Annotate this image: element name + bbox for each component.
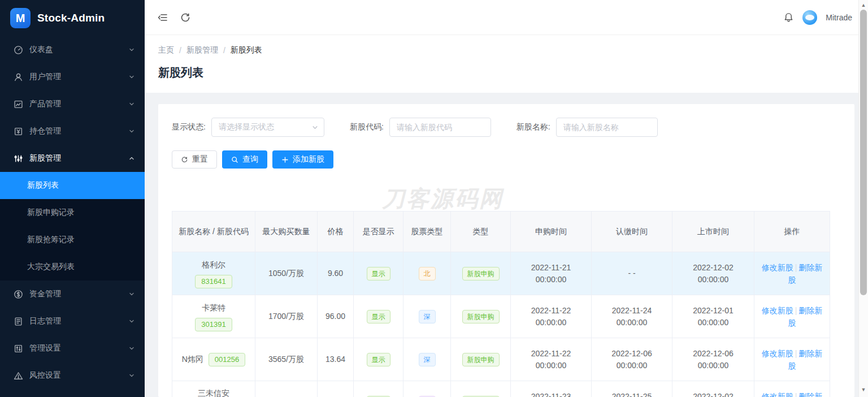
sidebar-subitem-label: 大宗交易列表 bbox=[27, 262, 75, 272]
stock-code-badge: 001256 bbox=[209, 353, 245, 366]
col-apply-time: 申购时间 bbox=[511, 212, 592, 252]
sidebar-item-logs[interactable]: 日志管理 bbox=[0, 308, 145, 335]
action-divider: | bbox=[795, 349, 797, 358]
sidebar-item-label: 用户管理 bbox=[29, 72, 129, 82]
market-badge: 深 bbox=[419, 310, 436, 323]
add-new-stock-button[interactable]: 添加新股 bbox=[272, 150, 333, 169]
actions-cell: 修改新股|删除新股 bbox=[762, 390, 823, 397]
stock-name: 格利尔 bbox=[202, 259, 225, 271]
status-filter-label: 显示状态: bbox=[172, 122, 206, 132]
sidebar-subitem-new-stock-list[interactable]: 新股列表 bbox=[0, 172, 145, 199]
page-header: 主页 / 新股管理 / 新股列表 新股列表 bbox=[145, 35, 868, 93]
col-visible: 是否显示 bbox=[354, 212, 403, 252]
max-buy-cell: 1700/万股 bbox=[255, 295, 318, 338]
search-button-label: 查询 bbox=[242, 154, 258, 165]
list-time-cell: 2022-12-0100:00:00 bbox=[672, 295, 754, 338]
stock-name: N炜冈 bbox=[182, 353, 203, 365]
page-scrollbar[interactable]: ▲ ▼ bbox=[858, 0, 868, 397]
sidebar-item-products[interactable]: 产品管理 bbox=[0, 90, 145, 118]
sidebar-item-risk-settings[interactable]: 风控设置 bbox=[0, 362, 145, 389]
refresh-icon[interactable] bbox=[180, 12, 191, 23]
user-avatar[interactable] bbox=[802, 10, 817, 25]
max-buy-cell: 1914/万股 bbox=[255, 381, 318, 397]
edit-stock-link[interactable]: 修改新股 bbox=[762, 349, 793, 358]
app-title: Stock-Admin bbox=[37, 12, 105, 24]
sidebar-item-label: 仪表盘 bbox=[29, 45, 129, 55]
page-title: 新股列表 bbox=[158, 65, 854, 80]
actions-cell: 修改新股|删除新股 bbox=[762, 304, 823, 329]
sidebar-collapse-icon[interactable] bbox=[157, 12, 168, 23]
notification-bell-icon[interactable] bbox=[783, 12, 794, 23]
max-buy-cell: 3565/万股 bbox=[255, 338, 318, 381]
market-badge: 深 bbox=[419, 353, 436, 366]
sidebar-item-users[interactable]: 用户管理 bbox=[0, 63, 145, 90]
user-icon bbox=[14, 72, 23, 82]
list-time-cell: 2022-12-0200:00:00 bbox=[672, 252, 754, 295]
col-type: 类型 bbox=[451, 212, 511, 252]
sidebar-item-new-stock[interactable]: 新股管理 bbox=[0, 145, 145, 172]
chevron-down-icon bbox=[129, 346, 134, 351]
scrollbar-down-arrow[interactable]: ▼ bbox=[859, 386, 868, 394]
sidebar-item-funds[interactable]: 资金管理 bbox=[0, 281, 145, 308]
reset-icon bbox=[181, 156, 188, 163]
actions-cell: 修改新股|删除新股 bbox=[762, 261, 823, 286]
list-time-cell: 2022-12-0200:00:00 bbox=[672, 381, 754, 397]
sidebar-subitem-grab-records[interactable]: 新股抢筹记录 bbox=[0, 226, 145, 253]
breadcrumb-new-stock[interactable]: 新股管理 bbox=[186, 45, 218, 55]
reset-button-label: 重置 bbox=[192, 154, 208, 165]
sidebar-subitem-label: 新股申购记录 bbox=[27, 208, 75, 218]
breadcrumb-home[interactable]: 主页 bbox=[158, 45, 174, 55]
stock-name: 三未信安 bbox=[198, 387, 229, 397]
col-stock-type: 股票类型 bbox=[403, 212, 451, 252]
price-cell: 13.64 bbox=[318, 338, 354, 381]
sidebar-item-label: 持仓管理 bbox=[29, 126, 129, 136]
edit-stock-link[interactable]: 修改新股 bbox=[762, 392, 793, 397]
pay-time-cell: - - bbox=[592, 252, 672, 295]
col-list-time: 上市时间 bbox=[672, 212, 754, 252]
table-header-row: 新股名称 / 新股代码 最大购买数量 价格 是否显示 股票类型 类型 申购时间 … bbox=[172, 212, 830, 252]
col-name-code: 新股名称 / 新股代码 bbox=[172, 212, 255, 252]
warning-triangle-icon bbox=[14, 371, 23, 381]
code-input[interactable] bbox=[389, 118, 491, 137]
market-badge: 北 bbox=[419, 267, 436, 281]
scrollbar-up-arrow[interactable]: ▲ bbox=[859, 1, 868, 9]
reset-button[interactable]: 重置 bbox=[172, 150, 217, 169]
pay-time-cell: 2022-11-2500:00:00 bbox=[592, 381, 672, 397]
status-select[interactable]: 请选择显示状态 bbox=[211, 118, 324, 137]
name-input[interactable] bbox=[556, 118, 658, 137]
sidebar-subitem-block-trade-list[interactable]: 大宗交易列表 bbox=[0, 253, 145, 281]
dollar-circle-icon bbox=[14, 290, 23, 299]
search-button[interactable]: 查询 bbox=[222, 150, 267, 169]
sidebar-subitem-label: 新股列表 bbox=[27, 180, 59, 191]
sidebar-item-dashboard[interactable]: 仪表盘 bbox=[0, 36, 145, 63]
filter-bar: 显示状态: 请选择显示状态 新股代码: 新股名称: bbox=[172, 118, 841, 137]
area-chart-icon bbox=[14, 100, 23, 109]
col-pay-time: 认缴时间 bbox=[592, 212, 672, 252]
sidebar-item-positions[interactable]: 持仓管理 bbox=[0, 118, 145, 145]
price-cell: 96.00 bbox=[318, 295, 354, 338]
toolbar: 重置 查询 添加新股 bbox=[172, 150, 841, 169]
search-icon bbox=[231, 156, 238, 163]
chevron-down-icon bbox=[129, 291, 134, 297]
chevron-up-icon bbox=[129, 156, 134, 161]
sidebar: M Stock-Admin 仪表盘 用户管理 产品管理 持仓管理 新股管理 新股… bbox=[0, 0, 145, 397]
status-select-placeholder: 请选择显示状态 bbox=[219, 122, 274, 132]
scrollbar-thumb[interactable] bbox=[860, 10, 867, 295]
code-filter-label: 新股代码: bbox=[350, 122, 384, 132]
stock-code-badge: 301391 bbox=[195, 318, 232, 331]
sidebar-subitem-subscription-records[interactable]: 新股申购记录 bbox=[0, 199, 145, 226]
sidebar-item-label: 新股管理 bbox=[29, 153, 129, 163]
chevron-down-icon bbox=[129, 47, 134, 53]
table-row: N炜冈 001256 3565/万股 13.64 显示 深 新股申购 2022-… bbox=[172, 338, 830, 381]
chevron-down-icon bbox=[129, 373, 134, 378]
sidebar-item-label: 日志管理 bbox=[29, 316, 129, 326]
col-max-buy: 最大购买数量 bbox=[255, 212, 318, 252]
edit-stock-link[interactable]: 修改新股 bbox=[762, 306, 793, 315]
visible-badge: 显示 bbox=[367, 310, 390, 323]
action-divider: | bbox=[795, 392, 797, 397]
sidebar-item-admin-settings[interactable]: 管理设置 bbox=[0, 335, 145, 362]
edit-stock-link[interactable]: 修改新股 bbox=[762, 263, 793, 272]
type-badge: 新股申购 bbox=[462, 310, 500, 323]
pay-time-cell: 2022-12-0600:00:00 bbox=[592, 338, 672, 381]
actions-cell: 修改新股|删除新股 bbox=[762, 347, 823, 372]
